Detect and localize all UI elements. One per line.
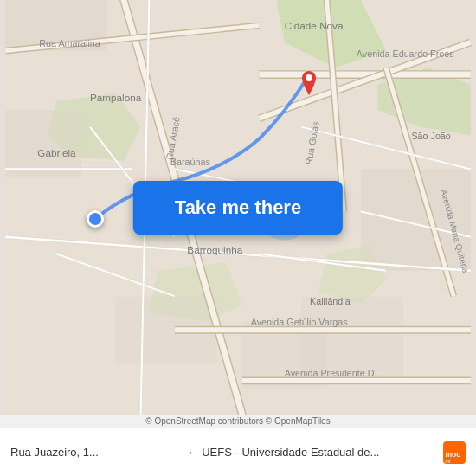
svg-text:Avenida Getúlio Vargas: Avenida Getúlio Vargas [251,317,348,327]
svg-text:São João: São João [411,131,450,141]
arrow-icon: → [181,445,195,460]
destination-pin [299,71,319,95]
svg-point-61 [306,74,312,81]
origin-marker [87,210,104,228]
button-overlay: Take me there [133,181,343,235]
map-attribution: © OpenStreetMap contributors © OpenMapTi… [0,415,476,428]
svg-text:moo: moo [446,450,461,459]
moovit-logo-icon: moo vit [443,441,466,464]
svg-text:Avenida Eduardo Froes: Avenida Eduardo Froes [357,48,454,59]
moovit-logo: moo vit [443,441,466,464]
bottom-navigation-bar: Rua Juazeiro, 1... → UEFS - Universidade… [0,428,476,476]
svg-text:Baraúnas: Baraúnas [170,157,210,167]
from-location: Rua Juazeiro, 1... [10,446,174,459]
take-me-there-button[interactable]: Take me there [133,181,343,235]
to-location: UEFS - Universidade Estadual de... [202,446,431,459]
svg-text:Kalilândia: Kalilândia [310,296,351,306]
svg-text:Rua Amaralina: Rua Amaralina [39,38,100,48]
map-container: Rua Amaralina Pampalona Cidade Nova Gabr… [0,0,476,415]
svg-text:Pampalona: Pampalona [90,92,142,103]
svg-text:Gabriela: Gabriela [37,147,76,158]
app: Rua Amaralina Pampalona Cidade Nova Gabr… [0,0,476,476]
svg-text:vit: vit [446,458,451,463]
svg-text:Barroquinha: Barroquinha [187,244,242,255]
svg-text:Avenida Presidente D...: Avenida Presidente D... [285,368,383,378]
svg-text:Cidade Nova: Cidade Nova [285,20,344,31]
attribution-text: © OpenStreetMap contributors © OpenMapTi… [145,416,330,426]
